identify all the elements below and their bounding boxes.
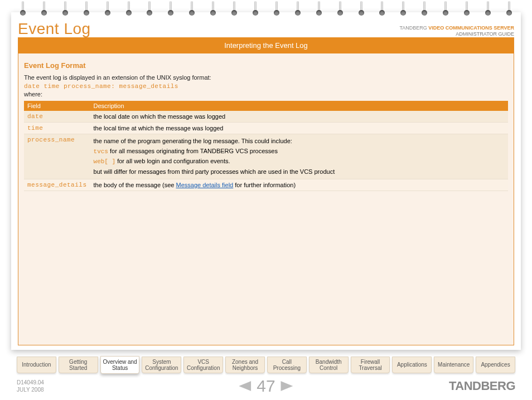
col-description: Description bbox=[90, 101, 508, 111]
section-banner: Interpreting the Event Log bbox=[18, 37, 514, 53]
syntax-line: date time process_name: message_details bbox=[18, 81, 514, 91]
doc-info: D14049.04 JULY 2008 bbox=[17, 379, 44, 393]
tab-overview-and-status[interactable]: Overview andStatus bbox=[100, 356, 140, 374]
footer: D14049.04 JULY 2008 47 TANDBERG bbox=[17, 377, 515, 396]
tab-firewall-traversal[interactable]: FirewallTraversal bbox=[351, 357, 390, 373]
tab-getting-started[interactable]: GettingStarted bbox=[59, 357, 98, 373]
field-name: date bbox=[24, 111, 90, 123]
pager: 47 bbox=[236, 377, 295, 396]
svg-marker-0 bbox=[239, 381, 251, 391]
header-brand: TANDBERG bbox=[399, 25, 427, 31]
tab-vcs-configuration[interactable]: VCSConfiguration bbox=[183, 357, 223, 373]
footer-logo: TANDBERG bbox=[449, 379, 515, 393]
table-row: process_namethe name of the program gene… bbox=[24, 134, 508, 179]
doc-number: D14049.04 bbox=[17, 379, 44, 386]
where-label: where: bbox=[18, 91, 514, 101]
nav-tabs: IntroductionGettingStartedOverview andSt… bbox=[17, 357, 515, 373]
tab-call-processing[interactable]: CallProcessing bbox=[267, 357, 307, 373]
page-title: Event Log bbox=[18, 20, 91, 38]
message-details-link[interactable]: Message details field bbox=[176, 182, 234, 188]
field-description: the name of the program generating the l… bbox=[90, 134, 508, 179]
tab-bandwidth-control[interactable]: BandwidthControl bbox=[309, 357, 349, 373]
tab-maintenance[interactable]: Maintenance bbox=[434, 357, 473, 373]
page-number: 47 bbox=[257, 377, 275, 396]
content-area: Interpreting the Event Log Event Log For… bbox=[18, 37, 514, 345]
tab-applications[interactable]: Applications bbox=[392, 357, 432, 373]
table-row: timethe local time at which the message … bbox=[24, 123, 508, 134]
doc-date: JULY 2008 bbox=[17, 386, 44, 393]
prev-page-icon[interactable] bbox=[236, 380, 251, 392]
field-name: message_details bbox=[24, 179, 90, 191]
field-name: process_name bbox=[24, 134, 90, 179]
col-field: Field bbox=[24, 101, 90, 111]
spiral-binding bbox=[20, 1, 512, 18]
field-table: Field Description datethe local date on … bbox=[24, 101, 508, 191]
svg-marker-1 bbox=[281, 381, 293, 391]
next-page-icon[interactable] bbox=[281, 380, 296, 392]
header-meta: TANDBERG VIDEO COMMUNICATIONS SERVER ADM… bbox=[399, 25, 514, 38]
tab-introduction[interactable]: Introduction bbox=[17, 357, 56, 373]
intro-text: The event log is displayed in an extensi… bbox=[18, 74, 514, 81]
tab-appendices[interactable]: Appendices bbox=[476, 357, 515, 373]
tab-system-configuration[interactable]: SystemConfiguration bbox=[142, 357, 181, 373]
section-title: Event Log Format bbox=[18, 53, 514, 74]
table-row: datethe local date on which the message … bbox=[24, 111, 508, 123]
table-row: message_detailsthe body of the message (… bbox=[24, 179, 508, 191]
page-sheet: Event Log TANDBERG VIDEO COMMUNICATIONS … bbox=[11, 12, 521, 350]
field-description: the body of the message (see Message det… bbox=[90, 179, 508, 191]
header-product: VIDEO COMMUNICATIONS SERVER bbox=[428, 25, 514, 31]
field-description: the local date on which the message was … bbox=[90, 111, 508, 123]
field-name: time bbox=[24, 123, 90, 134]
field-description: the local time at which the message was … bbox=[90, 123, 508, 134]
tab-zones-and-neighbors[interactable]: Zones andNeighbors bbox=[225, 357, 265, 373]
